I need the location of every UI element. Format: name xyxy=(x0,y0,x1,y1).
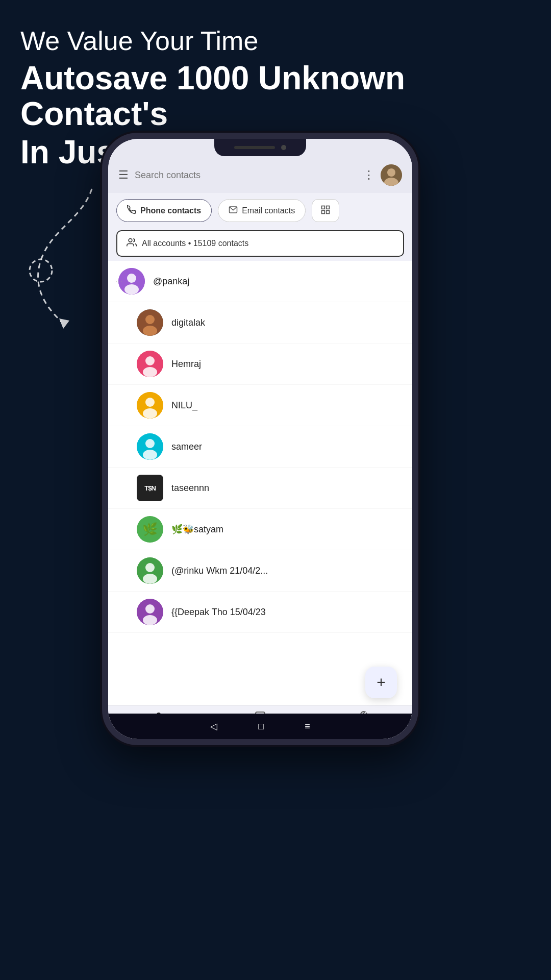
svg-point-30 xyxy=(145,604,155,614)
hero-line1: We Value Your Time xyxy=(20,26,531,56)
list-item[interactable]: digitalak xyxy=(108,302,412,344)
more-options-icon[interactable]: ⋮ xyxy=(363,168,374,182)
contact-name: Hemraj xyxy=(171,359,201,370)
contact-avatar xyxy=(137,433,163,460)
notch-bar xyxy=(234,146,275,149)
svg-rect-8 xyxy=(322,211,325,214)
svg-point-12 xyxy=(127,274,136,283)
list-item[interactable]: sameer xyxy=(108,426,412,468)
contact-name: sameer xyxy=(171,442,202,452)
phone-icon xyxy=(127,205,136,216)
svg-marker-1 xyxy=(59,318,69,329)
grid-icon xyxy=(320,205,331,216)
fab-add-button[interactable]: + xyxy=(365,667,397,698)
tabs-row: Phone contacts Email contacts xyxy=(108,193,412,228)
svg-point-0 xyxy=(30,259,52,282)
svg-rect-6 xyxy=(322,206,325,209)
contact-name: {{Deepak Tho 15/04/23 xyxy=(171,607,266,618)
svg-point-16 xyxy=(143,326,157,336)
email-icon xyxy=(229,205,238,216)
contact-avatar xyxy=(137,599,163,625)
notch-dot xyxy=(281,145,286,150)
svg-point-22 xyxy=(143,408,157,419)
svg-point-15 xyxy=(145,315,155,324)
email-contacts-label: Email contacts xyxy=(242,206,295,215)
svg-point-10 xyxy=(129,239,132,242)
phone-contacts-label: Phone contacts xyxy=(140,206,201,215)
contact-name: @pankaj xyxy=(153,276,189,287)
hero-line2: Autosave 1000 Unknown Contact's xyxy=(20,60,531,132)
phone-screen: ☰ ⋮ Phone contacts xyxy=(108,139,412,739)
contacts-list: ··· @pankaj xyxy=(108,261,412,705)
phone-notch xyxy=(214,139,306,156)
contact-avatar xyxy=(137,392,163,419)
list-item[interactable]: ··· @pankaj xyxy=(108,261,412,302)
svg-point-25 xyxy=(143,450,157,460)
svg-rect-7 xyxy=(327,206,330,209)
list-item[interactable]: Hemraj xyxy=(108,344,412,385)
contact-avatar xyxy=(137,557,163,584)
svg-point-31 xyxy=(143,615,157,625)
accounts-bar[interactable]: All accounts • 15109 contacts xyxy=(116,230,404,257)
android-recents-button[interactable]: ≡ xyxy=(305,721,310,732)
contact-avatar xyxy=(137,309,163,336)
plus-icon: + xyxy=(377,674,386,691)
android-home-button[interactable]: □ xyxy=(258,721,264,732)
svg-point-19 xyxy=(143,367,157,377)
contact-name: (@rinku Wkm 21/04/2... xyxy=(171,566,268,576)
svg-point-18 xyxy=(145,356,155,365)
hamburger-icon[interactable]: ☰ xyxy=(118,168,129,182)
svg-point-21 xyxy=(145,398,155,407)
email-contacts-tab[interactable]: Email contacts xyxy=(218,199,306,222)
android-navbar: ◁ □ ≡ xyxy=(108,714,412,739)
contact-avatar: T$N xyxy=(137,475,163,501)
list-item[interactable]: {{Deepak Tho 15/04/23 xyxy=(108,592,412,633)
list-item[interactable]: NILU_ xyxy=(108,385,412,426)
svg-point-28 xyxy=(143,574,157,584)
contact-name: taseennn xyxy=(171,483,209,494)
list-item[interactable]: T$N taseennn xyxy=(108,468,412,509)
contact-name: NILU_ xyxy=(171,400,197,411)
accounts-icon xyxy=(127,237,137,250)
accounts-text: All accounts • 15109 contacts xyxy=(142,239,248,248)
grid-view-tab[interactable] xyxy=(312,199,339,222)
contact-name: 🌿🐝satyam xyxy=(171,524,223,535)
user-avatar[interactable] xyxy=(381,164,402,186)
list-item[interactable]: (@rinku Wkm 21/04/2... xyxy=(108,550,412,592)
phone-mockup: ☰ ⋮ Phone contacts xyxy=(102,133,418,745)
search-input[interactable] xyxy=(135,170,357,181)
svg-point-27 xyxy=(145,563,155,572)
list-item[interactable]: 🌿 🌿🐝satyam xyxy=(108,509,412,550)
contact-name: digitalak xyxy=(171,317,205,328)
phone-contacts-tab[interactable]: Phone contacts xyxy=(116,199,212,222)
more-dots-icon[interactable]: ··· xyxy=(115,277,123,285)
android-back-button[interactable]: ◁ xyxy=(210,721,217,732)
svg-point-24 xyxy=(145,439,155,448)
svg-point-3 xyxy=(387,168,395,177)
contact-avatar xyxy=(137,351,163,377)
svg-point-13 xyxy=(124,284,139,295)
svg-rect-9 xyxy=(327,211,330,214)
contact-avatar: 🌿 xyxy=(137,516,163,543)
